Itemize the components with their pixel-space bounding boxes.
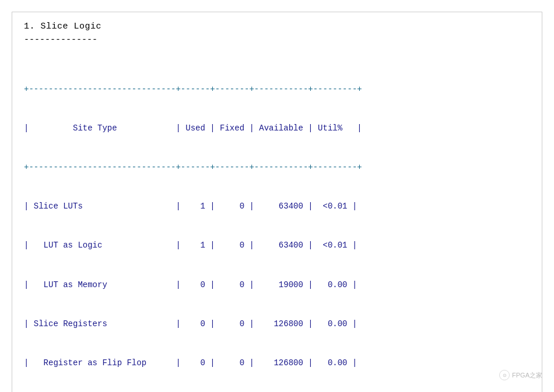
watermark-circle: ⊙ [499,370,510,380]
table-wrapper: +------------------------------+------+-… [24,56,530,392]
watermark: ⊙ FPGA之家 [499,370,542,380]
separator-mid: +------------------------------+------+-… [24,161,530,174]
section-divider: -------------- [24,35,530,45]
watermark-text: FPGA之家 [512,371,542,380]
section-title: 1. Slice Logic [24,22,530,31]
table-row-1: | LUT as Logic | 1 | 0 | 63400 | <0.01 | [24,239,530,252]
table-row-2: | LUT as Memory | 0 | 0 | 19000 | 0.00 | [24,278,530,291]
table-header: | Site Type | Used | Fixed | Available |… [24,122,530,135]
table-row-3: | Slice Registers | 0 | 0 | 126800 | 0.0… [24,317,530,330]
table-row-0: | Slice LUTs | 1 | 0 | 63400 | <0.01 | [24,200,530,213]
separator-top: +------------------------------+------+-… [24,83,530,96]
page-container: 1. Slice Logic -------------- +---------… [12,12,542,392]
table-row-4: | Register as Flip Flop | 0 | 0 | 126800… [24,356,530,369]
